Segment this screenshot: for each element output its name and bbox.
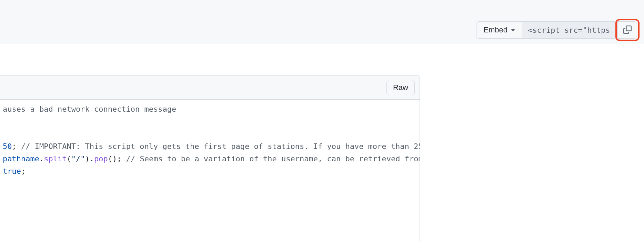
- embed-dropdown-label: Embed: [483, 26, 507, 34]
- code-blank-line: [0, 128, 420, 140]
- code-token-property: pathname: [3, 154, 39, 163]
- code-token-punct: (: [108, 154, 112, 163]
- embed-dropdown-button[interactable]: Embed: [476, 21, 522, 39]
- code-token-number: 50: [3, 142, 12, 151]
- code-token-comment: // Seems to be a variation of the userna…: [121, 154, 420, 163]
- code-file-header: Raw: [0, 75, 420, 100]
- code-file-panel: Raw auses a bad network connection messa…: [0, 75, 420, 242]
- code-token-method: pop: [94, 154, 108, 163]
- code-token-method: split: [44, 154, 67, 163]
- code-line: 50; // IMPORTANT: This script only gets …: [0, 140, 420, 153]
- code-token-punct: ;: [21, 167, 26, 175]
- code-token-comment: // IMPORTANT: This script only gets the …: [17, 142, 420, 151]
- caret-down-icon: [511, 29, 515, 31]
- code-token-punct: ;: [117, 154, 121, 163]
- code-line: auses a bad network connection message: [0, 103, 420, 115]
- code-token-punct: ;: [12, 142, 17, 151]
- code-blank-line: [0, 115, 420, 128]
- embed-control-group: Embed: [476, 21, 637, 39]
- code-token-punct: .: [90, 154, 94, 163]
- raw-button[interactable]: Raw: [386, 80, 415, 95]
- code-token-comment: auses a bad network connection message: [3, 105, 176, 113]
- code-body[interactable]: auses a bad network connection message 5…: [0, 100, 420, 242]
- embed-code-input[interactable]: [522, 21, 618, 39]
- code-token-punct: .: [39, 154, 44, 163]
- code-token-boolean: true: [3, 167, 21, 175]
- code-token-punct: ): [112, 154, 117, 163]
- code-token-punct: ): [85, 154, 89, 163]
- code-line: pathname.split("/").pop(); // Seems to b…: [0, 153, 420, 165]
- copy-icon: [623, 26, 632, 35]
- code-token-punct: (: [67, 154, 71, 163]
- code-line: true;: [0, 165, 420, 178]
- gist-top-bar: Embed: [0, 0, 644, 44]
- copy-embed-button[interactable]: [618, 21, 637, 39]
- raw-button-label: Raw: [393, 83, 408, 92]
- code-token-string: "/": [71, 154, 85, 163]
